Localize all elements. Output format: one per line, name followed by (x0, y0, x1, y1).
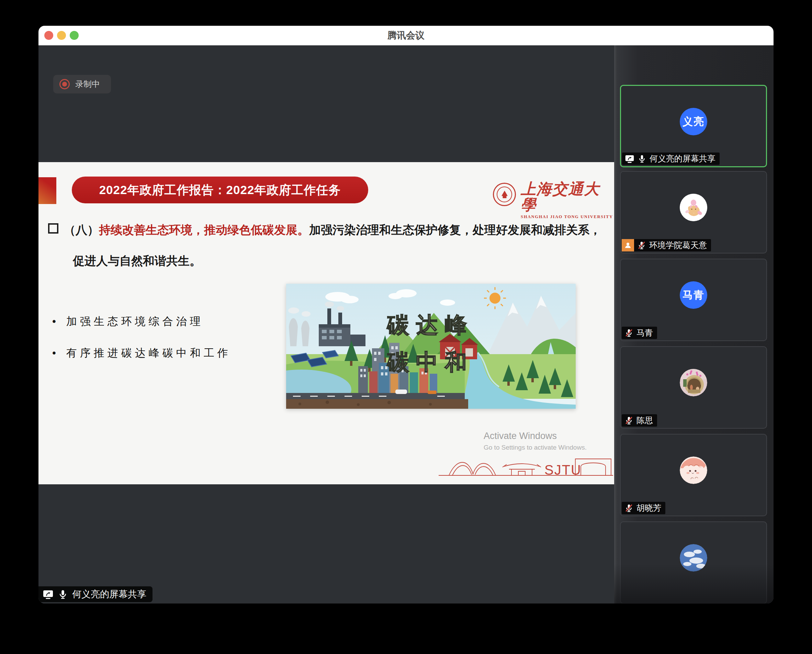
shared-screen-slide: 2022年政府工作报告：2022年政府工作任务 上海交通大學 SHANGHAI … (38, 162, 614, 484)
avatar (680, 544, 707, 571)
participant-name: 陈思 (636, 415, 653, 426)
participant-tile-sharer[interactable]: 义亮 (620, 85, 767, 167)
participant-tile[interactable]: 陈思 (620, 346, 767, 429)
participant-tag: 陈思 (622, 414, 657, 426)
avatar: 马青 (680, 281, 707, 309)
screen-share-icon (43, 589, 53, 600)
participant-name: 环境学院葛天意 (649, 240, 707, 251)
mic-on-icon (638, 154, 646, 163)
participant-tile[interactable]: 环境学院葛天意 (620, 171, 767, 254)
slide-bullet-list: 加强生态环境综合治理 有序推进碳达峰碳中和工作 (52, 314, 231, 377)
participant-tag: 环境学院葛天意 (622, 239, 711, 251)
mic-muted-icon (624, 416, 633, 425)
sjtu-logo-cn: 上海交通大學 (521, 181, 614, 213)
meeting-content: 录制中 2022年政府工作报告：2022年政府工作任务 上海交通大學 SHANG… (38, 45, 774, 604)
avatar (680, 194, 707, 221)
mic-muted-icon (637, 241, 646, 250)
skyline-sjtu-text: SJTU (545, 462, 582, 477)
avatar-initials: 马青 (682, 288, 705, 302)
meeting-window: 腾讯会议 录制中 2022年政府工作报告：2022年政府工作任务 上海交通大學 … (38, 26, 774, 604)
illustration-line1: 碳达峰 (386, 313, 474, 337)
sjtu-skyline-drawing: SJTU (439, 454, 614, 479)
paragraph-red-text: 持续改善生态环境，推动绿色低碳发展。 (99, 223, 309, 236)
window-title: 腾讯会议 (38, 26, 774, 45)
avatar (680, 457, 707, 484)
slide-bullet: 加强生态环境综合治理 (52, 314, 231, 329)
person-icon (622, 239, 634, 251)
carbon-illustration: 碳达峰 碳中和 (286, 284, 576, 409)
participant-tag: 马青 (622, 327, 657, 339)
paragraph-black-text-1: 加强污染治理和生态保护修复，处理好发展和减排关系， (309, 223, 601, 236)
participant-tag: 胡晓芳 (622, 502, 665, 514)
mic-muted-icon (624, 504, 633, 512)
slide-bullet: 有序推进碳达峰碳中和工作 (52, 346, 231, 360)
sjtu-logo: 上海交通大學 SHANGHAI JIAO TONG UNIVERSITY (493, 181, 614, 220)
participant-tag: 何义亮的屏幕共享 (622, 153, 720, 165)
participant-tile[interactable] (620, 521, 767, 604)
recording-indicator[interactable]: 录制中 (53, 75, 111, 93)
titlebar: 腾讯会议 (38, 26, 774, 45)
paragraph-prefix: （八） (64, 223, 99, 236)
recording-dot-icon (60, 79, 70, 89)
recording-label: 录制中 (75, 79, 100, 90)
mic-on-icon (58, 589, 68, 599)
participant-tile[interactable]: 胡晓芳 (620, 434, 767, 516)
screen-share-icon (625, 154, 634, 164)
square-bullet-icon (48, 223, 58, 234)
slide-title-banner: 2022年政府工作报告：2022年政府工作任务 (72, 177, 368, 203)
participant-name: 何义亮的屏幕共享 (650, 153, 716, 164)
slide-paragraph: （八）持续改善生态环境，推动绿色低碳发展。加强污染治理和生态保护修复，处理好发展… (48, 214, 636, 276)
watermark-line1: Activate Windows (484, 431, 587, 442)
avatar (680, 369, 707, 396)
avatar-initials: 义亮 (682, 115, 705, 129)
avatar: 义亮 (680, 108, 707, 135)
participant-name: 马青 (636, 327, 653, 338)
screen-share-status-bar: 何义亮的屏幕共享 (38, 586, 153, 602)
participant-tile[interactable]: 马青 马青 (620, 259, 767, 341)
slide-accent-square (38, 177, 56, 204)
illustration-line2: 碳中和 (386, 350, 474, 374)
watermark-line2: Go to Settings to activate Windows. (484, 444, 587, 451)
share-bar-label: 何义亮的屏幕共享 (72, 588, 147, 601)
sjtu-seal-icon (493, 183, 516, 206)
participants-panel: 义亮 (614, 45, 774, 604)
mic-muted-icon (624, 329, 633, 337)
participant-name: 胡晓芳 (636, 503, 661, 513)
paragraph-black-text-2: 促进人与自然和谐共生。 (73, 254, 201, 267)
activate-windows-watermark: Activate Windows Go to Settings to activ… (484, 431, 587, 451)
